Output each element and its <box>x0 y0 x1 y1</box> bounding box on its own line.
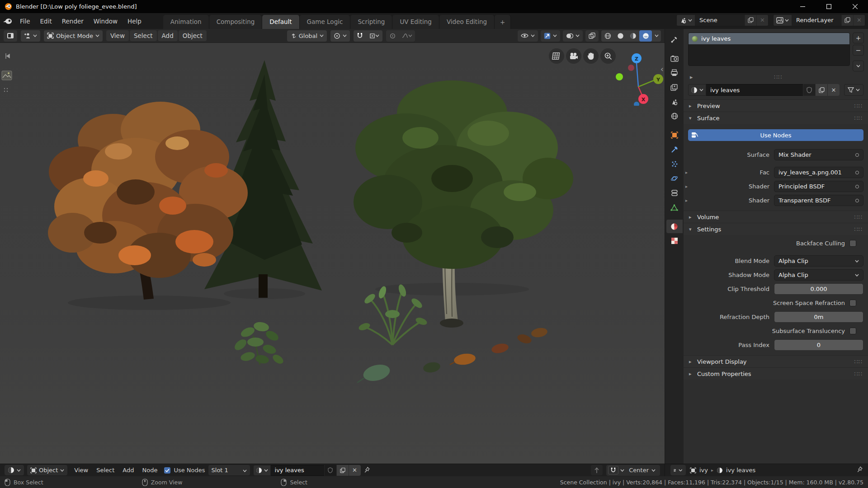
tab-game-logic[interactable]: Game Logic <box>300 15 351 29</box>
overlays-dropdown[interactable] <box>563 30 583 42</box>
panel-grip-icon[interactable]: ∷∷ <box>854 115 863 122</box>
axis-gizmo[interactable]: Z Y X <box>608 47 665 106</box>
shading-dropdown[interactable] <box>652 30 661 42</box>
clip-threshold-slider[interactable]: 0.000 <box>774 283 863 295</box>
panel-custom-properties[interactable]: ▸ Custom Properties ∷∷ <box>684 367 868 380</box>
shader-menu-select[interactable]: Select <box>93 465 118 475</box>
panel-surface[interactable]: ▾ Surface ∷∷ <box>684 112 868 124</box>
panel-grip-icon[interactable]: ∷∷ <box>854 103 863 109</box>
tab-object-data[interactable] <box>666 201 683 214</box>
shadow-mode-dropdown[interactable]: Alpha Clip <box>774 269 863 281</box>
panel-grip-icon[interactable]: ∷∷ <box>854 226 863 233</box>
resize-grip[interactable]: ∷∷ <box>774 74 783 80</box>
go-parent-node-button[interactable] <box>591 465 603 475</box>
render-layer-browse-button[interactable] <box>774 15 792 26</box>
shading-rendered-button[interactable] <box>639 30 652 42</box>
node-snap-toggle[interactable] <box>608 466 618 474</box>
unlink-material-button[interactable]: ✕ <box>827 84 840 96</box>
menu-render[interactable]: Render <box>57 15 88 27</box>
tab-particles[interactable] <box>666 157 683 171</box>
sidebar-expand-arrow[interactable]: ‹ <box>660 64 664 74</box>
panel-volume[interactable]: ▸ Volume ∷∷ <box>684 211 868 223</box>
tab-scene[interactable] <box>666 95 683 108</box>
fake-user-button[interactable] <box>324 465 336 476</box>
scene-new-copy-button[interactable] <box>745 15 756 26</box>
tab-default[interactable]: Default <box>262 15 299 29</box>
pass-index-field[interactable]: 0 <box>774 339 863 351</box>
tab-physics[interactable] <box>666 172 683 185</box>
snap-target-dropdown[interactable] <box>366 30 382 42</box>
maximize-button[interactable] <box>816 0 842 13</box>
tab-animation[interactable]: Animation <box>163 15 209 29</box>
panel-preview[interactable]: ▸ Preview ∷∷ <box>684 99 868 112</box>
use-nodes-toggle[interactable]: Use Nodes <box>164 467 205 474</box>
viewport-menu-view[interactable]: View <box>106 30 129 41</box>
blend-mode-dropdown[interactable]: Alpha Clip <box>774 255 863 267</box>
render-layer-name[interactable]: RenderLayer <box>792 15 841 26</box>
collapsed-arrow-icon[interactable]: ▸ <box>685 170 688 175</box>
viewport-3d[interactable]: Object Mode View Select Add Object Globa… <box>0 29 665 464</box>
pin-icon[interactable] <box>857 466 863 473</box>
shading-material-button[interactable] <box>627 30 639 42</box>
refraction-depth-slider[interactable]: 0m <box>774 311 863 323</box>
shader-menu-add[interactable]: Add <box>119 465 137 475</box>
remove-slot-button[interactable]: − <box>853 45 864 56</box>
close-button[interactable] <box>842 0 868 13</box>
toolbar-expand-icon[interactable] <box>4 52 12 61</box>
collapsed-arrow-icon[interactable]: ▸ <box>685 184 688 189</box>
collapsed-arrow-icon[interactable]: ▸ <box>685 198 688 203</box>
move-view-button[interactable] <box>583 48 599 64</box>
shader-menu-view[interactable]: View <box>71 465 92 475</box>
snap-toggle[interactable] <box>354 30 366 42</box>
xray-toggle[interactable] <box>585 30 599 42</box>
tab-tool[interactable] <box>666 33 683 46</box>
panel-grip-icon[interactable]: ∷∷ <box>854 358 863 365</box>
camera-view-button[interactable] <box>566 48 581 64</box>
fake-user-button[interactable] <box>803 84 815 96</box>
mode-history-button[interactable] <box>21 30 40 42</box>
gizmos-dropdown[interactable] <box>541 30 560 42</box>
expand-arrow[interactable]: ▸ <box>690 74 693 80</box>
browse-material-button[interactable] <box>688 84 706 96</box>
transform-orientation-dropdown[interactable]: Global <box>287 30 327 42</box>
shader2-dropdown[interactable]: Transparent BSDF <box>774 195 863 206</box>
viewport-menu-add[interactable]: Add <box>158 30 178 41</box>
breadcrumb-object[interactable]: ivy <box>699 467 708 474</box>
tab-compositing[interactable]: Compositing <box>209 15 263 29</box>
unlink-material-button[interactable]: ✕ <box>349 465 361 476</box>
use-nodes-button[interactable]: Use Nodes <box>688 129 863 141</box>
add-slot-button[interactable]: + <box>853 33 864 43</box>
minimize-button[interactable] <box>789 0 816 13</box>
new-material-button[interactable] <box>815 84 827 96</box>
scene-browse-button[interactable] <box>677 15 695 26</box>
fac-input-dropdown[interactable]: ivy_leaves_a.png.001 <box>774 167 863 178</box>
tab-video-editing[interactable]: Video Editing <box>439 15 495 29</box>
mode-dropdown[interactable]: Object Mode <box>44 30 103 42</box>
add-workspace-button[interactable]: + <box>495 15 511 29</box>
tab-view-layer[interactable] <box>666 80 683 94</box>
orbit-grid-button[interactable] <box>549 48 564 64</box>
pivot-point-dropdown[interactable] <box>330 30 350 42</box>
menu-window[interactable]: Window <box>89 15 122 27</box>
node-material-name-field[interactable]: ivy leaves <box>271 465 324 476</box>
surface-shader-dropdown[interactable]: Mix Shader <box>774 149 863 160</box>
shading-wireframe-button[interactable] <box>601 30 614 42</box>
sss-checkbox[interactable] <box>849 328 856 334</box>
tab-object[interactable] <box>666 128 683 142</box>
filter-button[interactable] <box>844 84 863 96</box>
proportional-edit-toggle[interactable] <box>386 30 399 42</box>
menu-edit[interactable]: Edit <box>36 15 57 27</box>
menu-file[interactable]: File <box>15 15 35 27</box>
slot-specials-button[interactable] <box>853 61 864 71</box>
region-grip-icon[interactable] <box>4 87 9 94</box>
last-operator-icon[interactable] <box>1 70 12 82</box>
scene-name[interactable]: Scene <box>695 15 745 26</box>
viewport-menu-select[interactable]: Select <box>130 30 157 41</box>
tab-texture[interactable] <box>666 234 683 248</box>
backface-culling-checkbox[interactable] <box>849 240 856 247</box>
material-name-field[interactable]: ivy leaves <box>706 84 803 96</box>
panel-viewport-display[interactable]: ▸ Viewport Display ∷∷ <box>684 355 868 367</box>
breadcrumb-material[interactable]: ivy leaves <box>726 467 755 474</box>
slot-dropdown[interactable]: Slot 1 <box>208 465 250 475</box>
tab-scripting[interactable]: Scripting <box>350 15 392 29</box>
